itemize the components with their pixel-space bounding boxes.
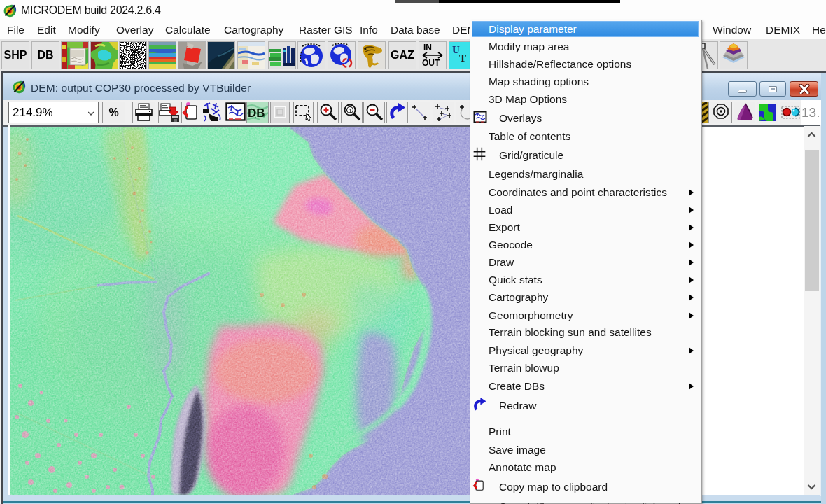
svg-text:IN: IN [424, 43, 432, 52]
svg-text:OUT: OUT [422, 58, 440, 68]
svg-text:DB: DB [248, 106, 265, 120]
svg-text:T: T [459, 52, 466, 64]
svg-text:1: 1 [349, 107, 352, 114]
